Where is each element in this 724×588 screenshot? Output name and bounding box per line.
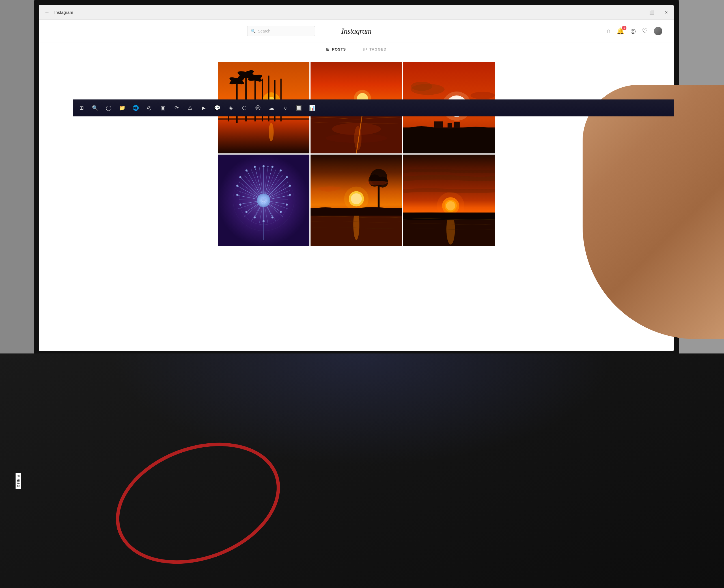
title-bar: ← Instagram — ⬜ ✕ [39, 5, 673, 20]
photo-6[interactable] [403, 154, 495, 246]
svg-rect-40 [454, 122, 460, 129]
screen-bezel: ← Instagram — ⬜ ✕ Instagram 🔍 Search [34, 0, 679, 356]
notification-badge: 1 [622, 26, 626, 30]
ig-tabs: ⊞ POSTS 🏷 TAGGED [39, 42, 673, 56]
profile-avatar[interactable] [654, 27, 662, 35]
start-button[interactable]: ⊞ [75, 102, 88, 114]
svg-point-69 [245, 211, 247, 213]
photo-5[interactable] [310, 154, 402, 246]
photo-4-image [218, 154, 309, 246]
taskbar: ⊞ 🔍 ◯ 📁 🌐 ◎ ▣ ⟳ ⚠ ▶ 💬 ◈ ⬡ Ⓜ ☁ ♫ 🔲 📊 ^ ⬡ [73, 100, 673, 117]
ig-navbar: Instagram 🔍 Search ⌂ 🔔 1 ◎ ♡ [39, 20, 673, 42]
svg-point-51 [280, 170, 281, 171]
app-13[interactable]: ♫ [279, 102, 291, 114]
instagram-logo: Instagram [341, 26, 371, 36]
home-icon[interactable]: ⌂ [607, 27, 610, 35]
svg-rect-3 [218, 120, 309, 153]
search-placeholder: Search [258, 29, 270, 33]
keyboard-area: MINISO [0, 354, 724, 588]
app-11[interactable]: Ⓜ [252, 102, 264, 114]
svg-point-59 [286, 204, 288, 205]
window-controls: — ⬜ ✕ [629, 5, 673, 20]
svg-point-4 [269, 123, 274, 141]
app-7[interactable]: ▶ [197, 102, 210, 114]
search-taskbar-button[interactable]: 🔍 [89, 102, 101, 114]
ig-content: ⊞ POSTS 🏷 TAGGED [39, 42, 673, 351]
svg-point-83 [267, 166, 268, 167]
app-3[interactable]: ◎ [143, 102, 156, 114]
app-4[interactable]: ▣ [157, 102, 169, 114]
svg-rect-18 [218, 119, 309, 120]
miniso-label: MINISO [16, 473, 21, 489]
app-5[interactable]: ⟳ [170, 102, 183, 114]
task-view-button[interactable]: ◯ [102, 102, 115, 114]
app-8[interactable]: 💬 [211, 102, 223, 114]
svg-point-75 [237, 185, 238, 187]
svg-point-30 [354, 126, 361, 150]
svg-point-77 [240, 176, 241, 178]
instagram-app: Instagram 🔍 Search ⌂ 🔔 1 ◎ ♡ [39, 20, 673, 351]
tab-tagged[interactable]: 🏷 TAGGED [363, 42, 387, 56]
svg-point-49 [272, 166, 273, 168]
notifications-icon[interactable]: 🔔 1 [617, 27, 624, 35]
svg-point-81 [254, 166, 255, 168]
svg-point-43 [470, 92, 495, 99]
svg-point-42 [411, 82, 433, 91]
search-icon: 🔍 [251, 29, 256, 33]
photo-grid [201, 56, 512, 252]
app-6[interactable]: ⚠ [184, 102, 196, 114]
heart-icon[interactable]: ♡ [642, 27, 648, 35]
svg-point-79 [245, 170, 247, 171]
room-left [0, 0, 34, 356]
app-9[interactable]: ◈ [224, 102, 237, 114]
minimize-button[interactable]: — [629, 5, 644, 20]
app-15[interactable]: 📊 [306, 102, 319, 114]
screen-display: ← Instagram — ⬜ ✕ Instagram 🔍 Search [39, 5, 673, 351]
app-12[interactable]: ☁ [265, 102, 278, 114]
svg-point-73 [237, 194, 238, 195]
back-button[interactable]: ← [42, 8, 52, 17]
photo-4[interactable] [218, 154, 309, 246]
svg-point-57 [289, 194, 291, 195]
maximize-button[interactable]: ⬜ [644, 5, 659, 20]
tab-posts[interactable]: ⊞ POSTS [326, 42, 346, 56]
app-10[interactable]: ⬡ [238, 102, 250, 114]
tagged-icon: 🏷 [363, 47, 367, 51]
close-button[interactable]: ✕ [659, 5, 673, 20]
svg-point-53 [286, 176, 288, 178]
laptop-frame: ← Instagram — ⬜ ✕ Instagram 🔍 Search [0, 0, 724, 588]
svg-point-71 [240, 204, 241, 205]
file-explorer-button[interactable]: 📁 [116, 102, 128, 114]
svg-point-109 [344, 187, 368, 211]
svg-point-47 [263, 165, 264, 167]
svg-rect-39 [448, 123, 452, 129]
posts-grid-icon: ⊞ [326, 47, 330, 51]
compass-icon[interactable]: ◎ [630, 27, 636, 35]
nav-icons: ⌂ 🔔 1 ◎ ♡ [607, 27, 662, 35]
app-14[interactable]: 🔲 [293, 102, 305, 114]
app-name-label: Instagram [54, 10, 73, 15]
search-bar[interactable]: 🔍 Search [247, 26, 315, 36]
edge-button[interactable]: 🌐 [129, 102, 142, 114]
photo-5-image [310, 154, 402, 246]
svg-point-55 [289, 185, 291, 187]
svg-point-61 [280, 211, 281, 213]
photo-6-image [403, 154, 495, 246]
